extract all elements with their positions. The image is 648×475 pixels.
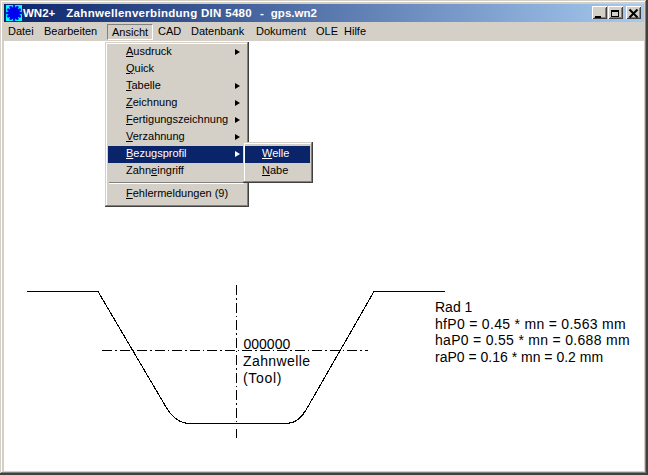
svg-text:(Tool): (Tool) <box>243 370 282 386</box>
svg-text:Zahnwelle: Zahnwelle <box>243 353 310 369</box>
svg-text:haP0 = 0.55 * mn = 0.688 mm: haP0 = 0.55 * mn = 0.688 mm <box>435 332 630 348</box>
svg-text:raP0 = 0.16 * mn = 0.2 mm: raP0 = 0.16 * mn = 0.2 mm <box>435 349 603 365</box>
svg-text:hfP0 = 0.45 * mn = 0.563 mm: hfP0 = 0.45 * mn = 0.563 mm <box>435 316 626 332</box>
svg-text:Rad 1: Rad 1 <box>435 299 473 315</box>
svg-text:000000: 000000 <box>244 336 291 352</box>
